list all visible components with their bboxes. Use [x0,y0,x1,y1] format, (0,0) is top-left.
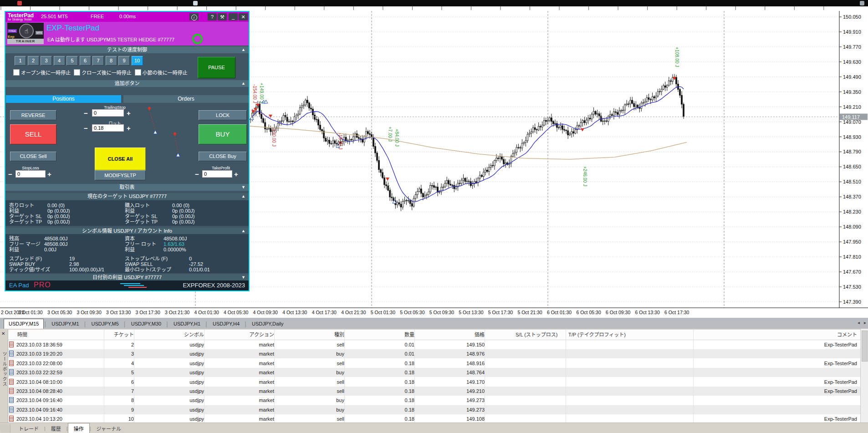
chart-tab-usdjpy-m1[interactable]: USDJPY,M1 [47,319,83,329]
table-row[interactable]: 2023.10.04 09:16:409usdjpymarketbuy0.181… [8,405,861,414]
speed-button-9[interactable]: 9 [118,56,130,66]
checkbox-icon[interactable] [13,69,20,76]
table-row[interactable]: 2023.10.03 22:32:595usdjpymarketbuy0.181… [8,368,861,377]
checkbox-icon[interactable] [135,69,141,76]
close-icon[interactable]: ✕ [239,13,248,20]
column-header-price[interactable]: 価格 [415,330,485,340]
section-daily-profit[interactable]: 日付別の利益 USDJPY #77777 ▼ [5,274,249,281]
sell-button[interactable]: SELL [10,124,56,144]
speed-button-7[interactable]: 7 [92,56,104,66]
column-divider[interactable] [104,330,104,423]
modify-sltp-button[interactable]: MODIFYSLTP [95,170,146,180]
table-scrollbar[interactable] [860,329,868,423]
tools-icon[interactable]: ⚒ [218,13,227,20]
speed-button-5[interactable]: 5 [66,56,78,66]
lot-minus-button[interactable]: − [84,125,88,132]
trailing-stop-input[interactable] [92,109,124,117]
collapse-up-icon[interactable]: ▲ [241,46,245,53]
column-divider[interactable] [204,330,204,423]
column-divider[interactable] [414,330,415,423]
chart-tab-usdjpy-h4[interactable]: USDJPY,H4 [208,319,244,329]
lock-button[interactable]: LOCK [199,110,247,120]
chart-tabs-scroll-right-icon[interactable]: ▸ [864,320,866,325]
collapse-down-icon[interactable]: ▼ [241,274,245,281]
trailing-plus-button[interactable]: + [127,110,131,117]
section-trade-table[interactable]: 取引表 ▼ [5,184,249,191]
collapse-up-icon[interactable]: ▲ [241,193,245,200]
table-row[interactable]: 2023.10.04 09:16:408usdjpymarketbuy0.181… [8,396,861,405]
table-row[interactable]: 2023.10.04 10:13:2010usdjpymarketsell0.1… [8,414,861,423]
collapse-down-icon[interactable]: ▼ [241,184,245,191]
column-header-comment[interactable]: コメント [694,330,857,340]
pause-button[interactable]: PAUSE [198,57,235,78]
scrollbar-thumb[interactable] [862,331,868,362]
info-icon[interactable]: i [189,13,199,20]
takeprofit-plus-button[interactable]: + [234,171,238,178]
toolbox-tab-4[interactable]: ジャーナル [91,423,127,433]
section-speed-control[interactable]: テストの速度制御 ▲ [5,46,249,53]
camera-icon[interactable] [193,1,198,5]
lot-input[interactable] [92,124,124,132]
column-header-action[interactable]: アクション [205,330,274,340]
chart-tab-usdjpy-m15[interactable]: USDJPY,M15 [4,319,44,329]
column-header-tp[interactable]: T/P (テイクプロフィット) [568,330,643,340]
reverse-button[interactable]: REVERSE [10,110,56,120]
section-current-target[interactable]: 現在のターゲット USDJPY #77777 ▲ [5,193,249,200]
collapse-up-icon[interactable]: ▲ [241,80,245,87]
speed-button-8[interactable]: 8 [106,56,117,66]
speed-button-6[interactable]: 6 [80,56,91,66]
speed-button-10[interactable]: 10 [132,56,143,66]
column-divider[interactable] [134,330,134,423]
close-buy-button[interactable]: CLOSE Buy [199,152,247,161]
toolbox-tab-3[interactable]: 操作 [68,423,90,433]
chart-tab-usdjpy-daily[interactable]: USDJPY,Daily [247,319,288,329]
speed-button-3[interactable]: 3 [41,56,52,66]
table-row[interactable]: 2023.10.03 19:20:203usdjpymarketbuy0.011… [8,349,861,358]
tab-positions[interactable]: Positions [6,95,121,103]
column-header-volume[interactable]: 数量 [345,330,414,340]
chart-tab-usdjpy-m5[interactable]: USDJPY,M5 [87,319,123,329]
toolbox-close-icon[interactable]: ✕ [1,331,5,336]
speed-button-2[interactable]: 2 [28,56,39,66]
record-icon[interactable] [17,1,22,5]
column-header-time[interactable]: 時間 [17,330,112,340]
column-header-ticket[interactable]: チケット [105,330,134,340]
trailing-minus-button[interactable]: − [84,110,88,117]
section-symbol-info[interactable]: シンボル情報 USDJPY / アカウント Info ▲ [5,228,249,234]
lot-plus-button[interactable]: + [127,125,131,132]
tab-orders[interactable]: Orders [123,95,249,103]
checkbox-icon[interactable] [74,69,80,76]
power-status-icon[interactable] [192,34,203,44]
table-row[interactable]: 2023.10.04 08:10:006usdjpymarketsell0.18… [8,377,861,387]
speed-button-1[interactable]: 1 [15,56,26,66]
column-divider[interactable] [344,330,345,423]
chart-tabs-scroll-left-icon[interactable]: ◂ [858,320,860,325]
grid-icon[interactable] [860,1,864,5]
table-row[interactable]: 2023.10.03 22:08:004usdjpymarketsell0.18… [8,359,861,368]
stoploss-minus-button[interactable]: − [8,171,12,178]
toolbox-tab-1[interactable]: トレード [13,423,44,433]
pause-checkbox-2[interactable]: クローズ後に一時停止 [74,69,131,76]
buy-button[interactable]: BUY [199,124,247,144]
takeprofit-input[interactable] [202,170,232,178]
section-extra-buttons[interactable]: 追加ボタン ▲ [5,80,249,87]
chart-tab-usdjpy-m30[interactable]: USDJPY,M30 [127,319,166,329]
collapse-up-icon[interactable]: ▲ [241,228,245,234]
pause-checkbox-3[interactable]: 小節の後に一時停止 [135,69,188,76]
table-row[interactable]: 2023.10.03 18:36:592usdjpymarketsell0.01… [8,340,861,349]
takeprofit-minus-button[interactable]: − [195,171,199,178]
speed-button-4[interactable]: 4 [54,56,65,66]
column-divider[interactable] [274,330,275,423]
minimize-icon[interactable]: _ [229,13,238,20]
chart-tab-usdjpy-h1[interactable]: USDJPY,H1 [169,319,205,329]
close-sell-button[interactable]: CLOSE Sell [10,152,56,161]
stoploss-input[interactable] [15,170,46,178]
column-divider[interactable] [485,330,485,423]
pause-checkbox-1[interactable]: オープン後に一時停止 [13,69,71,76]
column-divider[interactable] [693,330,694,423]
column-divider[interactable] [566,330,566,423]
help-icon[interactable]: ? [208,13,217,20]
close-all-button[interactable]: CLOSE All [95,148,146,170]
column-header-symbol[interactable]: シンボル [135,330,204,340]
toolbox-tab-2[interactable]: 履歴 [46,423,66,433]
